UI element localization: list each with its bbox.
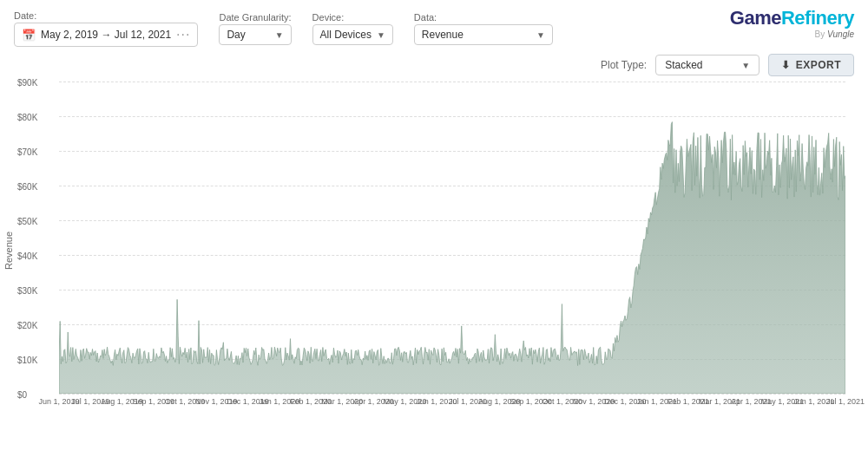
granularity-select[interactable]: Day ▼ [219,24,291,45]
data-filter-group: Data: Revenue ▼ [414,12,553,45]
date-range-picker[interactable]: 📅 May 2, 2019 → Jul 12, 2021 ··· [14,23,198,47]
device-value: All Devices [320,29,372,41]
date-filter-group: Date: 📅 May 2, 2019 → Jul 12, 2021 ··· [14,10,198,47]
device-label: Device: [312,12,393,23]
x-tick-label: Jul 1, 2021 [826,397,865,406]
chevron-down-icon: ▼ [741,61,750,70]
y-tick-label: $80K [17,112,37,121]
logo-game: Game [730,7,781,29]
granularity-filter-group: Date Granularity: Day ▼ [219,12,291,45]
chart-container: Revenue $90K$80K$70K$60K$50K$40K$30K$20K… [14,82,854,420]
y-tick-label: $0 [17,390,27,400]
plot-type-value: Stacked [665,59,702,71]
export-label: EXPORT [796,59,841,71]
device-filter-group: Device: All Devices ▼ [312,12,393,45]
date-label: Date: [14,10,198,21]
export-button[interactable]: ⬇ EXPORT [768,54,854,76]
chart-inner: $90K$80K$70K$60K$50K$40K$30K$20K$10K$0 J… [59,82,845,420]
chevron-down-icon: ▼ [275,30,284,40]
granularity-label: Date Granularity: [219,12,291,23]
y-tick-label: $70K [17,147,37,156]
granularity-value: Day [227,29,245,41]
plot-type-label: Plot Type: [601,59,647,71]
logo-by: By [815,29,827,39]
export-icon: ⬇ [781,59,791,71]
logo-refinery: Refinery [781,7,854,29]
more-options-icon[interactable]: ··· [176,27,190,42]
y-tick-label: $60K [17,182,37,192]
y-tick-label: $30K [17,286,37,296]
logo: GameRefinery By Vungle [730,9,854,39]
calendar-icon: 📅 [22,29,36,42]
data-select[interactable]: Revenue ▼ [414,24,553,45]
plot-type-row: Plot Type: Stacked ▼ ⬇ EXPORT [0,54,868,82]
y-axis-label: Revenue [3,232,14,270]
chevron-down-icon: ▼ [377,30,385,40]
y-tick-label: $20K [17,321,37,330]
y-tick-label: $10K [17,355,37,364]
y-tick-label: $90K [17,78,37,88]
logo-sub: By Vungle [730,29,854,39]
x-axis: Jun 1, 2019Jul 1, 2019Aug 1, 2019Sep 1, … [59,394,845,420]
device-select[interactable]: All Devices ▼ [312,24,393,45]
logo-vungle: Vungle [827,29,854,39]
area-chart [59,82,845,394]
chevron-down-icon: ▼ [536,30,545,40]
y-tick-label: $40K [17,251,37,261]
y-tick-label: $50K [17,216,37,225]
logo-text: GameRefinery [730,9,854,28]
data-value: Revenue [422,29,464,41]
date-range-value: May 2, 2019 → Jul 12, 2021 [41,29,171,41]
data-label: Data: [414,12,553,23]
plot-type-select[interactable]: Stacked ▼ [655,55,760,75]
top-bar: Date: 📅 May 2, 2019 → Jul 12, 2021 ··· D… [0,0,868,54]
